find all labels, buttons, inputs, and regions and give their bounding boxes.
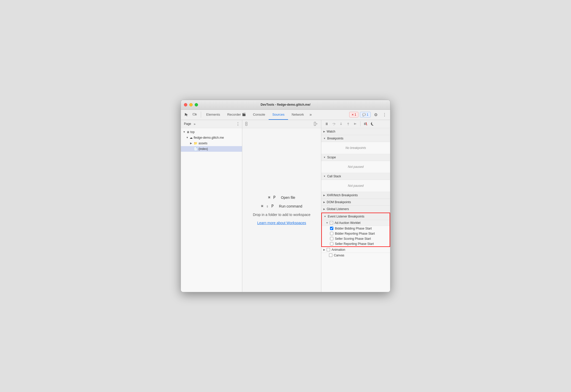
open-file-label: Open file [281,195,295,200]
step-button[interactable] [352,121,359,127]
global-listeners-section-header[interactable]: ▶ Global Listeners [321,206,390,213]
traffic-lights [184,103,198,106]
ad-auction-arrow-icon: ▼ [326,222,328,224]
bidder-reporting-item[interactable]: Bidder Reporting Phase Start [322,231,390,236]
left-panel: Page » ⋮ ▼ 🖥 top ▼ ☁ fledge-demo.glitch.… [181,120,242,292]
seller-scoring-item[interactable]: Seller Scoring Phase Start [322,236,390,241]
tree-item-top[interactable]: ▼ 🖥 top [181,129,242,135]
maximize-button[interactable] [195,103,198,106]
pause-button[interactable]: ⏸ [323,121,330,127]
info-count: 1 [367,113,368,116]
step-out-button[interactable] [345,121,352,127]
bidder-bidding-label: Bidder Bidding Phase Start [335,227,372,230]
watch-arrow-icon: ▶ [323,130,325,133]
bidder-bidding-item[interactable]: Bidder Bidding Phase Start [322,226,390,231]
breakpoints-section-header[interactable]: ▼ Breakpoints [321,135,390,142]
run-snippet-button[interactable] [313,121,319,127]
call-stack-arrow-icon: ▼ [323,175,326,178]
call-stack-not-paused-text: Not paused [321,182,390,190]
open-file-shortcut: ⌘ P [268,195,276,200]
devtools-window: DevTools - fledge-demo.glitch.me/ Elemen… [181,100,390,292]
right-panel: ⏸ [321,120,390,292]
device-toolbar-button[interactable] [191,111,198,118]
titlebar: DevTools - fledge-demo.glitch.me/ [181,100,390,110]
async-stepping-button[interactable]: ⏾ [369,121,376,127]
scope-not-paused-text: Not paused [321,163,390,171]
animation-label: Animation [332,248,345,252]
toolbar-right: ✕ 1 💬 1 ⚙ ⋮ [349,111,388,118]
tab-sources[interactable]: Sources [269,110,288,120]
ad-auction-header[interactable]: ▼ − Ad Auction Worklet [322,220,390,226]
shortcut-open-file: ⌘ P Open file [268,195,295,200]
global-listeners-arrow-icon: ▶ [323,208,325,210]
seller-reporting-checkbox[interactable] [330,242,333,245]
scope-section-header[interactable]: ▼ Scope [321,154,390,161]
workspace-text: Drop in a folder to add to workspace [253,213,311,217]
chat-icon: 💬 [362,113,366,116]
tree-item-assets[interactable]: ▶ 📁 assets [181,140,242,146]
recorder-icon: 🎬 [242,113,246,116]
svg-rect-3 [314,122,316,126]
panel-options-button[interactable]: ⋮ [236,122,240,126]
call-stack-section-header[interactable]: ▼ Call Stack [321,173,390,180]
seller-reporting-label: Seller Reporting Phase Start [335,242,374,246]
index-file-icon: 📄 [194,147,197,151]
canvas-section[interactable]: Canvas [321,253,390,258]
xhr-label: XHR/fetch Breakpoints [327,193,358,197]
dom-breakpoints-label: DOM Breakpoints [327,200,351,204]
dom-breakpoints-section-header[interactable]: ▶ DOM Breakpoints [321,199,390,206]
dom-arrow-icon: ▶ [323,201,325,203]
bidder-bidding-checkbox[interactable] [330,227,333,230]
deactivate-breakpoints-button[interactable] [362,121,369,127]
seller-scoring-checkbox[interactable] [330,237,333,240]
collapse-panel-button[interactable] [244,121,250,127]
tree-item-fledge[interactable]: ▼ ☁ fledge-demo.glitch.me [181,135,242,140]
watch-label: Watch [327,130,335,133]
tab-recorder-label: Recorder [227,113,241,116]
step-over-button[interactable] [331,121,337,127]
event-listener-arrow-icon: ▼ [324,215,326,218]
top-icon: 🖥 [186,130,189,134]
editor-toolbar [242,120,321,128]
tab-elements[interactable]: Elements [203,110,224,120]
scope-arrow-icon: ▼ [323,156,326,159]
close-button[interactable] [184,103,187,106]
main-content: Page » ⋮ ▼ 🖥 top ▼ ☁ fledge-demo.glitch.… [181,120,390,292]
tab-network[interactable]: Network [288,110,308,120]
tree-arrow-fledge: ▼ [186,136,190,139]
workspace-link[interactable]: Learn more about Workspaces [257,221,306,225]
info-badge-button[interactable]: 💬 1 [360,112,371,117]
bidder-reporting-checkbox[interactable] [330,232,333,235]
tree-arrow-assets: ▶ [190,142,194,145]
animation-arrow-icon: ▶ [323,248,325,251]
xhr-section-header[interactable]: ▶ XHR/fetch Breakpoints [321,192,390,199]
page-tab[interactable]: Page [183,122,192,126]
tab-recorder[interactable]: Recorder 🎬 [224,110,249,120]
select-tool-button[interactable] [183,111,190,118]
error-badge-button[interactable]: ✕ 1 [349,112,359,117]
settings-button[interactable]: ⚙ [372,111,379,118]
more-tabs-button[interactable]: » [308,111,314,118]
call-stack-label: Call Stack [327,175,341,178]
main-toolbar: Elements Recorder 🎬 Console Sources Netw… [181,110,390,120]
step-into-button[interactable] [338,121,344,127]
tree-item-index[interactable]: 📄 (index) [181,146,242,152]
toolbar-divider [201,112,201,118]
animation-checkbox-icon [327,248,330,251]
event-listener-section-header[interactable]: ▼ Event Listener Breakpoints [322,213,390,220]
ad-auction-label: Ad Auction Worklet [335,221,360,225]
animation-section[interactable]: ▶ Animation [321,247,390,253]
call-stack-content: Not paused [321,180,390,192]
tab-console[interactable]: Console [249,110,269,120]
assets-folder-icon: 📁 [194,141,197,145]
minimize-button[interactable] [189,103,193,106]
run-command-label: Run command [279,204,302,208]
global-listeners-label: Global Listeners [327,207,349,211]
seller-reporting-item[interactable]: Seller Reporting Phase Start [322,241,390,246]
watch-section-header[interactable]: ▶ Watch [321,128,390,135]
panel-more-tabs[interactable]: » [194,122,195,126]
ad-auction-minus-icon: − [330,221,333,224]
debugger-toolbar: ⏸ [321,120,390,128]
more-options-button[interactable]: ⋮ [381,111,388,118]
error-count: 1 [355,113,356,116]
